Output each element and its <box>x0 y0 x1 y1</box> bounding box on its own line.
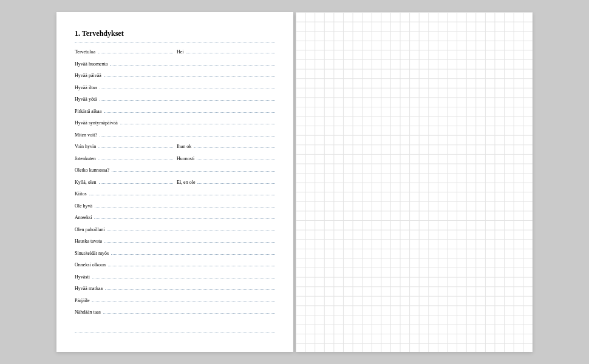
vocab-row: Sinut/teidät myös <box>75 250 275 262</box>
dotted-fill <box>197 155 275 160</box>
vocab-row: Oletko kunnossa? <box>75 167 275 179</box>
vocab-word: Hei <box>177 49 185 55</box>
vocab-word: Hauska tavata <box>75 238 103 244</box>
vocab-word: Kiitos <box>75 191 88 197</box>
dotted-fill <box>103 309 275 314</box>
vocab-row: Hyvää yötä <box>75 96 275 108</box>
section-title: 1. Tervehdykset <box>75 29 275 38</box>
dotted-fill <box>100 132 275 136</box>
vocab-word: Ole hyvä <box>75 203 94 209</box>
vocab-row: Hyvästi <box>75 274 275 286</box>
vocab-rows: TervetuloaHeiHyvää huomentaHyvää päivääH… <box>75 49 275 332</box>
dotted-fill <box>92 297 275 302</box>
page-spread: 1. Tervehdykset TervetuloaHeiHyvää huome… <box>56 12 533 352</box>
vocab-word: Hyvää iltaa <box>75 85 98 90</box>
vocab-word: Pärjäile <box>75 298 90 303</box>
title-underline <box>75 42 275 42</box>
vocab-word: Ihan ok <box>177 144 192 149</box>
vocab-word: Onneksi olkoon <box>75 262 107 268</box>
dotted-fill <box>94 214 275 219</box>
vocab-row: Pitkästä aikaa <box>75 108 275 120</box>
vocab-row: Voin hyvinIhan ok <box>75 143 275 155</box>
vocab-row: Ole hyvä <box>75 203 275 215</box>
vocab-word: Sinut/teidät myös <box>75 251 110 256</box>
right-page-grid <box>296 12 533 352</box>
vocab-word: Huonosti <box>177 156 196 161</box>
vocab-word: Olen pahoillani <box>75 227 106 232</box>
vocab-row: Hyvää syntymäpäivää <box>75 120 275 132</box>
vocab-row: Nähdään taas <box>75 309 275 321</box>
vocab-row: Pärjäile <box>75 297 275 309</box>
vocab-row: JotenkutenHuonosti <box>75 155 275 167</box>
vocab-row: Miten voit? <box>75 132 275 144</box>
dotted-fill <box>186 49 275 53</box>
vocab-word: Hyvää syntymäpäivää <box>75 120 119 126</box>
dotted-fill <box>104 108 275 113</box>
dotted-fill <box>100 84 275 89</box>
vocab-word: Hyvää päivää <box>75 73 103 78</box>
dotted-fill <box>108 261 275 266</box>
vocab-word: Oletko kunnossa? <box>75 167 111 173</box>
dotted-fill <box>104 238 275 243</box>
dotted-fill <box>95 203 275 207</box>
dotted-fill <box>120 120 275 124</box>
vocab-row: Kiitos <box>75 190 275 203</box>
vocab-word: Voin hyvin <box>75 144 97 149</box>
vocab-word: Tervetuloa <box>75 49 97 55</box>
dotted-fill <box>89 190 275 195</box>
vocab-row: Anteeksi <box>75 214 275 226</box>
vocab-row: Hyvää iltaa <box>75 84 275 96</box>
dotted-fill <box>104 72 275 77</box>
dotted-fill <box>92 274 275 278</box>
vocab-row: Hyvää huomenta <box>75 61 275 73</box>
dotted-fill <box>112 167 275 172</box>
dotted-fill <box>98 49 173 53</box>
vocab-row: Onneksi olkoon <box>75 261 275 274</box>
vocab-word: Ei, en ole <box>177 180 196 185</box>
dotted-fill <box>194 143 275 148</box>
vocab-word: Hyvästi <box>75 274 91 280</box>
vocab-row: TervetuloaHei <box>75 49 275 61</box>
left-page: 1. Tervehdykset TervetuloaHeiHyvää huome… <box>56 12 293 352</box>
vocab-row: Hyvää matkaa <box>75 285 275 297</box>
dotted-fill <box>105 285 275 290</box>
dotted-fill <box>111 250 275 255</box>
vocab-word: Hyvää yötä <box>75 96 98 102</box>
vocab-word: Jotenkuten <box>75 156 97 161</box>
vocab-row <box>75 321 275 333</box>
vocab-word: Kyllä, olen <box>75 180 98 185</box>
vocab-word: Anteeksi <box>75 215 93 220</box>
vocab-row: Olen pahoillani <box>75 226 275 238</box>
dotted-fill <box>98 155 173 160</box>
dotted-fill <box>110 61 275 66</box>
vocab-word: Hyvää huomenta <box>75 61 109 67</box>
dotted-fill <box>99 179 173 184</box>
dotted-fill <box>100 96 275 101</box>
vocab-word: Miten voit? <box>75 132 98 138</box>
vocab-word: Hyvää matkaa <box>75 286 104 291</box>
dotted-fill <box>98 143 173 148</box>
vocab-word: Nähdään taas <box>75 309 102 315</box>
dotted-fill <box>197 179 275 184</box>
vocab-word: Pitkästä aikaa <box>75 109 103 114</box>
vocab-row: Kyllä, olenEi, en ole <box>75 179 275 191</box>
dotted-fill <box>107 226 275 231</box>
vocab-row: Hyvää päivää <box>75 72 275 84</box>
vocab-row: Hauska tavata <box>75 238 275 250</box>
